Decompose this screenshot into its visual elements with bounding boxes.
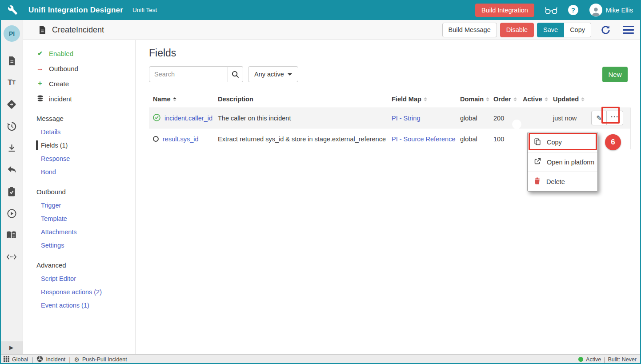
sort-asc-icon — [173, 97, 176, 101]
sort-icon — [486, 97, 489, 101]
gear-icon: ⚙ — [74, 356, 80, 363]
text-format-icon[interactable]: TT — [6, 77, 17, 88]
hamburger-menu-icon[interactable] — [623, 26, 634, 34]
field-description: Extract returned sys_id & store in stage… — [214, 136, 388, 143]
edit-field-button[interactable]: ✎ — [591, 111, 607, 125]
arrow-right-icon: → — [36, 64, 44, 72]
nav-item-response[interactable]: Response — [36, 154, 135, 163]
user-name[interactable]: Mike Ellis — [606, 7, 633, 14]
header-name[interactable]: Name — [149, 96, 214, 103]
fields-toolbar: Any active New — [149, 66, 628, 82]
help-icon[interactable]: ? — [568, 5, 578, 15]
nav-item-incident[interactable]: incident — [36, 94, 135, 103]
user-avatar[interactable] — [589, 4, 602, 16]
nav-item-attachments[interactable]: Attachments — [36, 228, 135, 236]
header-active[interactable]: Active — [519, 96, 549, 103]
header-order[interactable]: Order — [489, 96, 519, 103]
nav-item-fields[interactable]: Fields (1) — [36, 141, 135, 150]
grid-icon — [4, 356, 9, 363]
row-more-actions-button[interactable]: ··· — [607, 111, 623, 125]
document-icon[interactable] — [6, 56, 17, 66]
field-description: The caller on this incident — [214, 115, 388, 122]
table-row: incident.caller_id The caller on this in… — [149, 108, 630, 128]
search-input[interactable] — [149, 66, 228, 82]
external-link-icon — [534, 158, 541, 166]
field-name-link[interactable]: incident.caller_id — [164, 115, 212, 122]
nav-section-message: Message Details Fields (1) Response Bond — [36, 115, 135, 176]
nav-item-settings[interactable]: Settings — [36, 241, 135, 250]
statusbar-process[interactable]: ⚙ Push-Pull Incident — [74, 356, 127, 363]
field-order: 100 — [489, 136, 519, 143]
nav-item-details[interactable]: Details — [36, 128, 135, 136]
save-button[interactable]: Save — [537, 23, 564, 37]
field-order-link[interactable]: 200 — [493, 115, 504, 122]
field-map-link[interactable]: PI - Source Reference — [392, 136, 455, 143]
fields-panel: Fields Any active New Name Description F… — [136, 40, 641, 354]
history-icon[interactable] — [6, 121, 17, 132]
context-menu-delete[interactable]: Delete — [528, 172, 597, 191]
header-updated[interactable]: Updated — [549, 96, 587, 103]
nav-item-bond[interactable]: Bond — [36, 168, 135, 176]
sort-icon — [581, 97, 585, 101]
message-document-icon — [38, 25, 46, 35]
build-integration-button[interactable]: Build Integration — [475, 4, 534, 17]
field-map-link[interactable]: PI - String — [392, 115, 420, 122]
route-icon[interactable] — [6, 99, 17, 110]
statusbar-incident[interactable]: Incident — [36, 356, 65, 364]
check-icon: ✔ — [36, 50, 44, 57]
play-circle-icon[interactable] — [6, 208, 17, 219]
integration-badge[interactable]: PI — [4, 25, 20, 42]
plus-icon: + — [36, 80, 44, 88]
unifi-integration-designer-window: Unifi Integration Designer Unifi Test Bu… — [0, 0, 641, 364]
nav-item-response-actions[interactable]: Response actions (2) — [36, 288, 135, 296]
annotation-step-badge: 6 — [605, 134, 621, 150]
nav-item-trigger[interactable]: Trigger — [36, 201, 135, 210]
table-header-row: Name Description Field Map Domain Order … — [149, 91, 631, 108]
copy-record-button[interactable]: Copy — [564, 23, 591, 37]
statusbar-global[interactable]: Global — [4, 356, 28, 363]
build-message-button[interactable]: Build Message — [442, 23, 497, 37]
header-field-map[interactable]: Field Map — [388, 96, 456, 103]
new-field-button[interactable]: New — [602, 67, 628, 82]
header-domain[interactable]: Domain — [456, 96, 489, 103]
context-menu-copy[interactable]: Copy — [528, 132, 597, 152]
statusbar-built-label: Built: Never — [608, 356, 637, 363]
trash-icon — [534, 177, 541, 186]
row-actions-context-menu: Copy Open in platform Delete — [527, 132, 598, 192]
download-icon[interactable] — [6, 143, 17, 153]
icon-sidebar: PI TT — [0, 20, 23, 354]
status-bar: Global | Incident | ⚙ Push-Pull Incident… — [0, 354, 641, 364]
disable-button[interactable]: Disable — [500, 23, 534, 37]
nav-item-template[interactable]: Template — [36, 214, 135, 223]
field-domain: global — [456, 115, 489, 122]
incident-icon — [36, 356, 43, 364]
context-menu-open-in-platform[interactable]: Open in platform — [528, 152, 597, 172]
sort-icon — [424, 97, 427, 101]
nav-item-enabled[interactable]: ✔ Enabled — [36, 49, 135, 58]
statusbar-active-label: Active — [586, 356, 601, 363]
tasks-clipboard-icon[interactable] — [6, 186, 17, 197]
app-subtitle: Unifi Test — [132, 7, 157, 13]
search-button[interactable] — [228, 66, 243, 82]
book-icon[interactable] — [6, 230, 17, 240]
preview-glasses-icon[interactable] — [544, 5, 558, 15]
reply-icon[interactable] — [6, 164, 17, 175]
sort-icon — [513, 97, 517, 101]
code-icon[interactable] — [6, 252, 17, 262]
field-active-check-icon — [153, 114, 160, 123]
panel-title: Fields — [149, 47, 628, 59]
wrench-logo-icon — [8, 5, 18, 15]
nav-item-event-actions[interactable]: Event actions (1) — [36, 301, 135, 310]
header-description[interactable]: Description — [214, 96, 388, 103]
nav-item-create[interactable]: + Create — [36, 79, 135, 88]
sidebar-collapse-button[interactable]: ▶ — [0, 341, 23, 354]
database-icon — [36, 95, 44, 102]
nav-item-outbound[interactable]: → Outbound — [36, 64, 135, 73]
nav-item-script-editor[interactable]: Script Editor — [36, 274, 135, 283]
field-name-link[interactable]: result.sys_id — [163, 136, 199, 143]
record-nav: ✔ Enabled → Outbound + Create incident M… — [23, 40, 136, 354]
field-domain: global — [456, 136, 489, 143]
active-filter-dropdown[interactable]: Any active — [248, 66, 298, 82]
sort-icon — [545, 97, 548, 101]
refresh-icon[interactable] — [601, 25, 611, 35]
